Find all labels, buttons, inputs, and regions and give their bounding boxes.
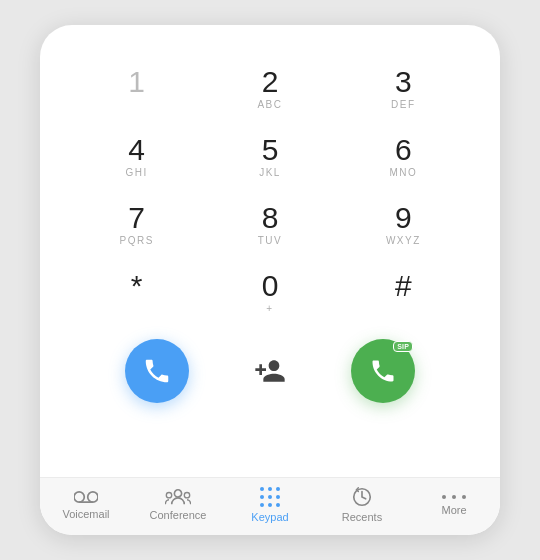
nav-recents[interactable]: Recents: [326, 486, 398, 523]
svg-point-7: [268, 487, 272, 491]
nav-conference-label: Conference: [150, 509, 207, 521]
key-hash[interactable]: #: [337, 259, 470, 327]
nav-conference[interactable]: Conference: [142, 488, 214, 521]
key-5[interactable]: 5 JKL: [203, 123, 336, 191]
conference-icon: [165, 488, 191, 506]
svg-point-16: [442, 495, 446, 499]
svg-point-13: [268, 503, 272, 507]
key-8[interactable]: 8 TUV: [203, 191, 336, 259]
nav-recents-label: Recents: [342, 511, 382, 523]
dialpad-grid: 1 2 ABC 3 DEF 4 GHI 5 JKL 6 MNO: [70, 55, 470, 327]
bottom-nav: Voicemail Conference: [40, 477, 500, 535]
recents-icon: [351, 486, 373, 508]
svg-point-11: [276, 495, 280, 499]
key-2[interactable]: 2 ABC: [203, 55, 336, 123]
voicemail-icon: [74, 489, 98, 505]
svg-point-0: [74, 492, 84, 502]
svg-point-17: [452, 495, 456, 499]
svg-point-5: [184, 493, 189, 498]
nav-keypad[interactable]: Keypad: [234, 486, 306, 523]
add-person-icon: [254, 355, 286, 387]
svg-point-3: [174, 490, 181, 497]
sip-call-button[interactable]: SIP: [351, 339, 415, 403]
sip-badge: SIP: [393, 341, 413, 352]
nav-voicemail[interactable]: Voicemail: [50, 489, 122, 520]
key-6[interactable]: 6 MNO: [337, 123, 470, 191]
add-contact-button[interactable]: [238, 339, 302, 403]
svg-point-18: [462, 495, 466, 499]
svg-point-6: [260, 487, 264, 491]
svg-point-8: [276, 487, 280, 491]
key-9[interactable]: 9 WXYZ: [337, 191, 470, 259]
nav-more-label: More: [441, 504, 466, 516]
key-7[interactable]: 7 PQRS: [70, 191, 203, 259]
svg-point-14: [276, 503, 280, 507]
svg-point-1: [88, 492, 98, 502]
nav-keypad-label: Keypad: [251, 511, 288, 523]
key-3[interactable]: 3 DEF: [337, 55, 470, 123]
key-star[interactable]: *: [70, 259, 203, 327]
keypad-icon: [259, 486, 281, 508]
svg-point-10: [268, 495, 272, 499]
call-button[interactable]: [125, 339, 189, 403]
more-icon: [442, 493, 466, 501]
phone-app: 1 2 ABC 3 DEF 4 GHI 5 JKL 6 MNO: [40, 25, 500, 535]
sip-phone-icon: [369, 357, 397, 385]
key-0[interactable]: 0 +: [203, 259, 336, 327]
nav-more[interactable]: More: [418, 493, 490, 516]
svg-point-9: [260, 495, 264, 499]
dialpad: 1 2 ABC 3 DEF 4 GHI 5 JKL 6 MNO: [40, 45, 500, 477]
key-1[interactable]: 1: [70, 55, 203, 123]
action-row: SIP: [70, 327, 470, 419]
svg-point-4: [166, 493, 171, 498]
nav-voicemail-label: Voicemail: [62, 508, 109, 520]
key-4[interactable]: 4 GHI: [70, 123, 203, 191]
phone-icon: [142, 356, 172, 386]
svg-point-12: [260, 503, 264, 507]
